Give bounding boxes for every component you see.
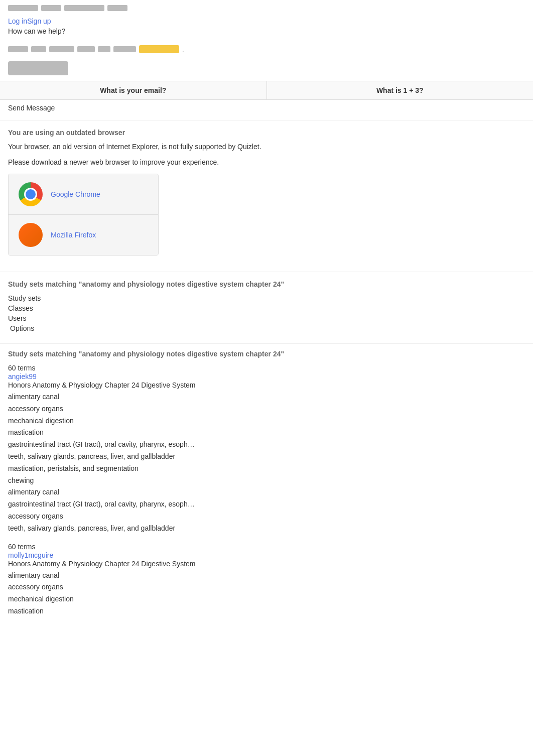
chrome-link[interactable]: Google Chrome (51, 190, 100, 198)
outdated-browser-section: You are using an outdated browser Your b… (0, 120, 533, 272)
result-1-user[interactable]: angiek99 (8, 372, 525, 381)
results-section: Study sets matching "anatomy and physiol… (0, 343, 533, 632)
signup-link[interactable]: Sign up (27, 17, 51, 25)
contact-form-row: What is your email? What is 1 + 3? (0, 81, 533, 100)
outdated-body: Your browser, an old version of Internet… (8, 142, 525, 168)
blurred-description-row: . (0, 41, 533, 57)
result-1-title: Honors Anatomy & Physiology Chapter 24 D… (8, 381, 525, 389)
result-item-2: 60 terms molly1mcguire Honors Anatomy & … (8, 543, 525, 617)
send-message-label[interactable]: Send Message (8, 104, 55, 112)
result-1-terms: 60 terms (8, 364, 525, 372)
firefox-link[interactable]: Mozilla Firefox (51, 231, 96, 239)
logo-redacted-4 (107, 5, 127, 11)
chrome-icon (19, 182, 43, 206)
result-1-vocab: alimentary canal accessory organs mechan… (8, 391, 525, 535)
firefox-icon (19, 223, 43, 247)
chrome-card[interactable]: Google Chrome (9, 174, 158, 215)
result-2-terms: 60 terms (8, 543, 525, 551)
login-link[interactable]: Log in (8, 17, 27, 25)
result-2-vocab: alimentary canal accessory organs mechan… (8, 570, 525, 617)
top-logo-area (0, 0, 533, 11)
highlighted-link-redacted[interactable] (139, 45, 179, 53)
study-filter-section: Study sets matching "anatomy and physiol… (0, 272, 533, 343)
result-2-user[interactable]: molly1mcguire (8, 551, 525, 559)
filter-users[interactable]: Users (8, 313, 525, 323)
result-item-1: 60 terms angiek99 Honors Anatomy & Physi… (8, 364, 525, 535)
filter-list: Study sets Classes Users Options (8, 293, 525, 333)
filter-section-title: Study sets matching "anatomy and physiol… (8, 280, 525, 288)
logo-redacted-3 (64, 5, 104, 11)
browser-cards: Google Chrome Mozilla Firefox (8, 174, 159, 256)
captcha-column-header: What is 1 + 3? (267, 81, 534, 99)
filter-options[interactable]: Options (8, 323, 525, 333)
send-message-area: Send Message (0, 102, 533, 120)
email-column-header: What is your email? (0, 81, 267, 99)
blurred-button-row (0, 57, 533, 81)
result-2-title: Honors Anatomy & Physiology Chapter 24 D… (8, 560, 525, 568)
filter-classes[interactable]: Classes (8, 303, 525, 313)
header-nav: Log inSign up (0, 11, 533, 27)
help-text: How can we help? (0, 27, 533, 41)
results-section-title: Study sets matching "anatomy and physiol… (8, 350, 525, 358)
firefox-card[interactable]: Mozilla Firefox (9, 215, 158, 255)
logo-redacted-2 (41, 5, 61, 11)
logo-redacted-1 (8, 5, 38, 11)
filter-study-sets[interactable]: Study sets (8, 293, 525, 303)
outdated-title: You are using an outdated browser (8, 129, 525, 137)
